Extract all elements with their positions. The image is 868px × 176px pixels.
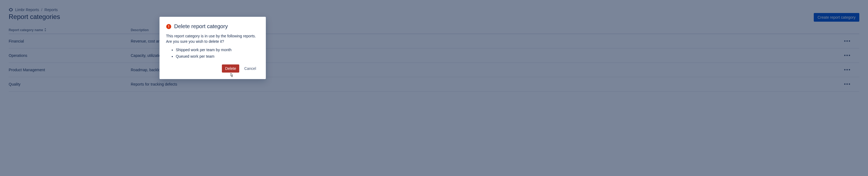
modal-header: Delete report category <box>166 23 259 30</box>
delete-category-modal: Delete report category This report categ… <box>159 17 266 79</box>
modal-body-text: This report category is in use by the fo… <box>166 33 259 44</box>
delete-button[interactable]: Delete <box>222 64 239 73</box>
cancel-button[interactable]: Cancel <box>241 64 259 73</box>
modal-list: Shipped work per team by month Queued wo… <box>166 47 259 59</box>
modal-footer: Delete Cancel <box>166 64 259 73</box>
modal-body: This report category is in use by the fo… <box>166 33 259 59</box>
modal-list-item: Queued work per team <box>176 54 259 59</box>
svg-rect-4 <box>168 27 169 28</box>
modal-list-item: Shipped work per team by month <box>176 47 259 52</box>
modal-overlay[interactable] <box>0 0 868 176</box>
modal-title: Delete report category <box>174 23 228 30</box>
svg-rect-3 <box>168 25 169 27</box>
warning-icon <box>166 24 172 29</box>
